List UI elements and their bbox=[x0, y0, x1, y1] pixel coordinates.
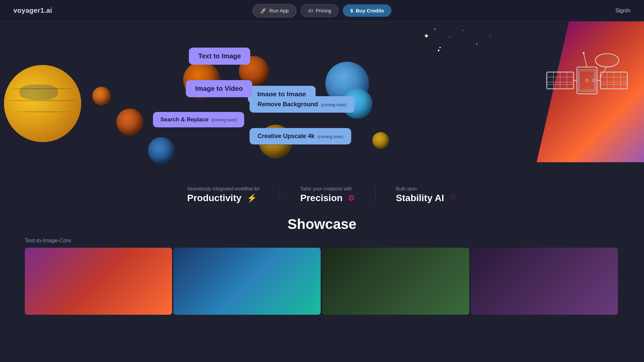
remove-bg-coming-soon: (coming soon) bbox=[321, 103, 346, 107]
showcase-images bbox=[25, 248, 619, 315]
creative-upscale-label: Creative Upscale 4k bbox=[258, 133, 315, 139]
productivity-small-label: Seamlessly integrated workflow for bbox=[187, 186, 260, 191]
showcase-image-1 bbox=[25, 248, 172, 315]
creative-upscale-coming-soon: (coming soon) bbox=[318, 134, 343, 139]
feature-stability: Built upon Stability AI ♡ bbox=[376, 186, 477, 203]
showcase-section: Showcase Text-to-Image-Core bbox=[0, 216, 644, 315]
precision-inner: Precision ⚙ bbox=[300, 193, 355, 203]
search-replace-coming-soon: (coming soon) bbox=[211, 118, 237, 122]
feature-productivity: Seamlessly integrated workflow for Produ… bbox=[167, 186, 280, 203]
logo: voyager1.ai bbox=[13, 7, 52, 14]
stability-small-label: Built upon bbox=[396, 186, 417, 191]
showcase-image-3 bbox=[322, 248, 469, 315]
features-bar: Seamlessly integrated workflow for Produ… bbox=[0, 176, 644, 213]
stability-large-label: Stability AI bbox=[396, 193, 444, 203]
sparkle-star: ✦ bbox=[423, 32, 429, 41]
sliders-icon: ⚙ bbox=[348, 193, 355, 203]
remove-background-button[interactable]: Remove Background (coming soon) bbox=[250, 96, 355, 113]
showcase-image-4 bbox=[471, 248, 618, 315]
productivity-large-label: Productivity bbox=[187, 193, 241, 203]
pricing-button[interactable]: 🏷 Pricing bbox=[301, 4, 339, 17]
header-nav: 🚀 Run App 🏷 Pricing $ Buy Credits bbox=[253, 4, 391, 17]
dollar-icon: $ bbox=[350, 8, 353, 13]
svg-line-22 bbox=[584, 54, 587, 67]
planet-orange-small bbox=[92, 87, 111, 105]
productivity-inner: Productivity ⚡ bbox=[187, 193, 257, 203]
image-to-video-button[interactable]: Image to Video bbox=[186, 80, 252, 97]
run-app-label: Run App bbox=[269, 8, 289, 13]
creative-upscale-button[interactable]: Creative Upscale 4k (coming soon) bbox=[250, 128, 351, 144]
precision-large-label: Precision bbox=[300, 193, 342, 203]
text-to-image-label: Text to Image bbox=[198, 52, 241, 60]
stability-inner: Stability AI ♡ bbox=[396, 193, 457, 203]
image-to-video-label: Image to Video bbox=[195, 85, 243, 92]
feature-precision: Tailor your creations with Precision ⚙ bbox=[280, 186, 376, 203]
search-replace-label: Search & Replace bbox=[160, 116, 209, 123]
satellite-illustration bbox=[540, 34, 634, 134]
planet-yellow bbox=[4, 65, 81, 142]
bolt-icon: ⚡ bbox=[247, 193, 257, 203]
rocket-icon: 🚀 bbox=[260, 8, 267, 14]
text-to-image-button[interactable]: Text to Image bbox=[189, 48, 250, 65]
run-app-button[interactable]: 🚀 Run App bbox=[253, 4, 297, 17]
buy-credits-label: Buy Credits bbox=[356, 8, 384, 13]
search-replace-button[interactable]: Search & Replace (coming soon) bbox=[153, 112, 244, 127]
pricing-label: Pricing bbox=[316, 8, 331, 13]
planet-orange-medium bbox=[116, 109, 143, 135]
buy-credits-button[interactable]: $ Buy Credits bbox=[343, 4, 391, 17]
planet-blue-earth bbox=[148, 137, 175, 164]
showcase-image-2 bbox=[173, 248, 321, 315]
svg-point-20 bbox=[595, 55, 619, 67]
showcase-title: Showcase bbox=[0, 216, 644, 232]
header: voyager1.ai 🚀 Run App 🏷 Pricing $ Buy Cr… bbox=[0, 0, 644, 21]
planet-gold bbox=[372, 132, 389, 149]
remove-background-label: Remove Background bbox=[258, 101, 318, 108]
svg-point-23 bbox=[583, 52, 585, 54]
showcase-subtitle: Text-to-Image-Core bbox=[25, 238, 644, 244]
tag-icon: 🏷 bbox=[308, 8, 313, 13]
signin-link[interactable]: SignIn bbox=[615, 8, 631, 14]
heart-icon: ♡ bbox=[449, 193, 457, 203]
precision-small-label: Tailor your creations with bbox=[300, 186, 352, 191]
